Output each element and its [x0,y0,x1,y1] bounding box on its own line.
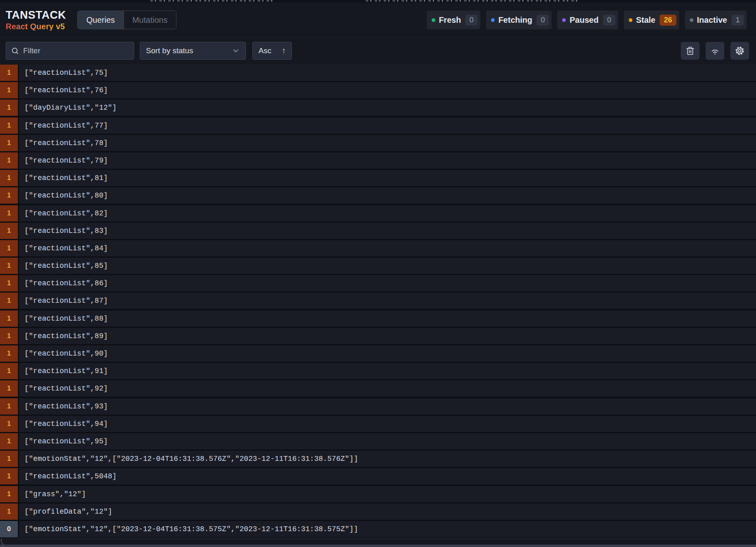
query-key: ["reactionList",94] [19,416,756,432]
query-key: ["reactionList",87] [19,293,756,309]
query-row[interactable]: 1 ["reactionList",90] [0,345,756,362]
status-filter-badge-inactive[interactable]: Inactive 1 [685,11,747,29]
query-row[interactable]: 1 ["reactionList",81] [0,170,756,186]
query-row[interactable]: 1 ["profileData","12"] [0,504,756,520]
query-key: ["reactionList",77] [19,117,756,134]
react-query-devtools-panel: TANSTACK React Query v5 Queries Mutation… [0,0,756,547]
sort-direction-label: Asc [259,46,272,55]
settings-button[interactable] [730,42,749,60]
status-badge-label: Fresh [439,15,461,25]
query-key: ["reactionList",90] [19,345,756,362]
query-observer-count-badge: 1 [0,65,18,81]
query-observer-count-badge: 1 [0,328,18,344]
query-key: ["grass","12"] [19,486,756,502]
gear-icon [735,46,745,56]
devtools-header: TANSTACK React Query v5 Queries Mutation… [0,2,756,37]
query-observer-count-badge: 1 [0,363,18,379]
tab-queries[interactable]: Queries [78,11,123,29]
query-key: ["reactionList",86] [19,275,756,291]
query-row[interactable]: 1 ["reactionList",75] [0,65,756,81]
query-row[interactable]: 1 ["reactionList",87] [0,293,756,309]
query-key: ["reactionList",83] [19,223,756,239]
query-row[interactable]: 1 ["reactionList",80] [0,187,756,204]
query-row[interactable]: 1 ["reactionList",89] [0,328,756,344]
status-badge-count: 1 [732,15,744,26]
offline-toggle-button[interactable] [706,42,724,60]
wifi-icon [710,46,720,56]
query-observer-count-badge: 1 [0,258,18,274]
query-observer-count-badge: 1 [0,504,18,520]
sort-direction-button[interactable]: Asc ↑ [252,42,292,60]
query-key: ["reactionList",76] [19,82,756,98]
query-key: ["reactionList",88] [19,310,756,327]
query-row[interactable]: 0 ["emotionStat","12",["2023-12-04T16:31… [0,521,756,537]
query-key: ["reactionList",91] [19,363,756,379]
status-badge-label: Stale [636,15,656,25]
query-key: ["reactionList",81] [19,170,756,186]
query-key: ["profileData","12"] [19,504,756,520]
query-row[interactable]: 1 ["reactionList",94] [0,416,756,432]
query-row[interactable]: 1 ["reactionList",78] [0,135,756,151]
tab-mutations[interactable]: Mutations [124,11,176,29]
query-observer-count-badge: 1 [0,398,18,415]
query-observer-count-badge: 1 [0,117,18,134]
query-row[interactable]: 1 ["emotionStat","12",["2023-12-04T16:31… [0,451,756,467]
search-input[interactable]: Filter [6,42,134,60]
query-observer-count-badge: 1 [0,416,18,432]
status-filter-badge-stale[interactable]: Stale 26 [624,11,679,29]
query-row[interactable]: 1 ["reactionList",88] [0,310,756,327]
query-row[interactable]: 1 ["reactionList",92] [0,380,756,397]
query-observer-count-badge: 1 [0,187,18,204]
query-row[interactable]: 1 ["grass","12"] [0,486,756,502]
status-filter-badge-paused[interactable]: Paused 0 [557,11,618,29]
status-dot-icon [690,18,693,22]
list-bottom-divider [18,539,756,539]
query-observer-count-badge: 1 [0,82,18,98]
clear-cache-button[interactable] [681,42,700,60]
query-row[interactable]: 1 ["reactionList",5048] [0,468,756,484]
page-behind-artifacts [150,0,272,2]
query-key: ["reactionList",84] [19,240,756,256]
query-row[interactable]: 1 ["reactionList",77] [0,117,756,134]
tanstack-logo: TANSTACK React Query v5 [6,10,66,30]
logo-subtitle: React Query v5 [6,22,66,30]
query-row[interactable]: 1 ["reactionList",85] [0,258,756,274]
query-row[interactable]: 1 ["reactionList",76] [0,82,756,98]
query-row[interactable]: 1 ["reactionList",95] [0,433,756,449]
status-dot-icon [432,18,435,22]
status-badge-count: 0 [465,15,478,26]
logo-title: TANSTACK [6,10,66,21]
toolbar: Filter Sort by status Asc ↑ [0,37,756,63]
query-key: ["dayDiaryList","12"] [19,100,756,116]
query-row[interactable]: 1 ["reactionList",93] [0,398,756,415]
query-row[interactable]: 1 ["dayDiaryList","12"] [0,100,756,116]
status-badge-label: Paused [569,15,598,25]
query-observer-count-badge: 1 [0,170,18,186]
arrow-up-icon: ↑ [282,46,286,55]
query-list: 1 ["reactionList",75] 1 ["reactionList",… [0,65,756,537]
horizontal-scrollbar[interactable] [0,545,756,547]
status-filter-badge-fresh[interactable]: Fresh 0 [427,11,480,29]
query-observer-count-badge: 1 [0,240,18,256]
status-badge-label: Fetching [498,15,532,25]
search-icon [11,47,19,55]
query-key: ["reactionList",80] [19,187,756,204]
query-row[interactable]: 1 ["reactionList",83] [0,223,756,239]
query-observer-count-badge: 1 [0,451,18,467]
status-badge-count: 26 [660,15,676,26]
search-placeholder: Filter [23,46,40,55]
query-key: ["emotionStat","12",["2023-12-04T16:31:3… [19,451,756,467]
query-row[interactable]: 1 ["reactionList",82] [0,205,756,221]
query-observer-count-badge: 1 [0,345,18,362]
toolbar-actions [681,42,749,60]
sort-select[interactable]: Sort by status [140,42,246,60]
query-row[interactable]: 1 ["reactionList",79] [0,152,756,169]
status-filter-badge-fetching[interactable]: Fetching 0 [486,11,552,29]
query-row[interactable]: 1 ["reactionList",86] [0,275,756,291]
status-dot-icon [562,18,566,22]
query-row[interactable]: 1 ["reactionList",84] [0,240,756,256]
query-key: ["reactionList",82] [19,205,756,221]
query-row[interactable]: 1 ["reactionList",91] [0,363,756,379]
chevron-down-icon [232,47,240,55]
query-observer-count-badge: 1 [0,380,18,397]
